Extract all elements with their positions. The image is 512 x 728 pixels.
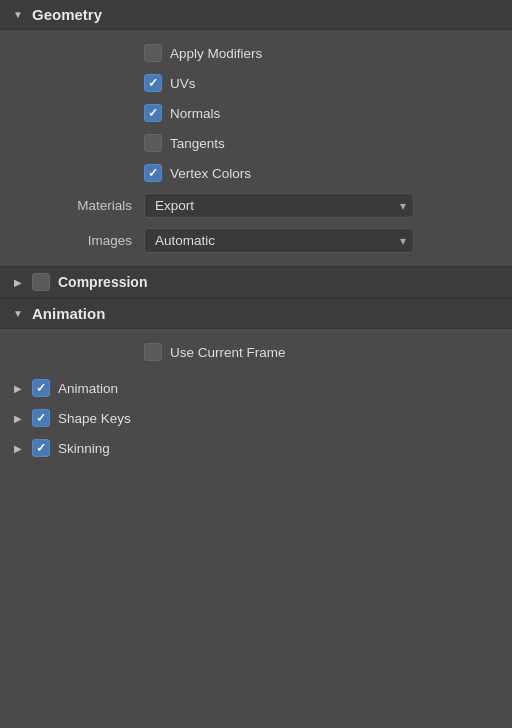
shape-keys-sub-row[interactable]: ▶ Shape Keys: [0, 403, 512, 433]
vertex-colors-checkbox-container: Vertex Colors: [144, 164, 251, 182]
use-current-frame-checkbox[interactable]: [144, 343, 162, 361]
images-row: Images Automatic None Copy: [0, 223, 512, 258]
materials-row: Materials Export Placeholder None: [0, 188, 512, 223]
tangents-row: Tangents: [0, 128, 512, 158]
shape-keys-arrow-icon: ▶: [10, 410, 26, 426]
normals-label: Normals: [170, 106, 220, 121]
use-current-frame-container: Use Current Frame: [144, 343, 286, 361]
skinning-arrow-icon: ▶: [10, 440, 26, 456]
geometry-section-body: Apply Modifiers UVs Normals Tang: [0, 30, 512, 266]
apply-modifiers-checkbox[interactable]: [144, 44, 162, 62]
uvs-checkbox-container: UVs: [144, 74, 196, 92]
use-current-frame-label: Use Current Frame: [170, 345, 286, 360]
uvs-label: UVs: [170, 76, 196, 91]
uvs-checkbox[interactable]: [144, 74, 162, 92]
geometry-section-header[interactable]: ▼ Geometry: [0, 0, 512, 30]
shape-keys-checkbox[interactable]: [32, 409, 50, 427]
animation-section-header[interactable]: ▼ Animation: [0, 298, 512, 329]
materials-label: Materials: [14, 198, 144, 213]
apply-modifiers-checkbox-container: Apply Modifiers: [144, 44, 262, 62]
skinning-sub-row[interactable]: ▶ Skinning: [0, 433, 512, 463]
compression-checkbox[interactable]: [32, 273, 50, 291]
animation-section-title: Animation: [32, 305, 105, 322]
animation-arrow-icon: ▼: [10, 306, 26, 322]
compression-row[interactable]: ▶ Compression: [0, 266, 512, 298]
materials-select[interactable]: Export Placeholder None: [144, 193, 414, 218]
vertex-colors-checkbox[interactable]: [144, 164, 162, 182]
images-select-wrapper: Automatic None Copy: [144, 228, 414, 253]
use-current-frame-row: Use Current Frame: [0, 337, 512, 367]
animation-sub-arrow-icon: ▶: [10, 380, 26, 396]
images-label: Images: [14, 233, 144, 248]
geometry-arrow-icon: ▼: [10, 7, 26, 23]
skinning-checkbox[interactable]: [32, 439, 50, 457]
tangents-checkbox-container: Tangents: [144, 134, 225, 152]
vertex-colors-label: Vertex Colors: [170, 166, 251, 181]
normals-checkbox[interactable]: [144, 104, 162, 122]
materials-select-wrapper: Export Placeholder None: [144, 193, 414, 218]
vertex-colors-row: Vertex Colors: [0, 158, 512, 188]
animation-sub-row[interactable]: ▶ Animation: [0, 373, 512, 403]
skinning-label: Skinning: [58, 441, 110, 456]
apply-modifiers-label: Apply Modifiers: [170, 46, 262, 61]
apply-modifiers-row: Apply Modifiers: [0, 38, 512, 68]
tangents-label: Tangents: [170, 136, 225, 151]
uvs-row: UVs: [0, 68, 512, 98]
compression-arrow-icon: ▶: [10, 274, 26, 290]
images-select[interactable]: Automatic None Copy: [144, 228, 414, 253]
animation-section-body: Use Current Frame ▶ Animation ▶ Shape Ke…: [0, 329, 512, 471]
geometry-section-title: Geometry: [32, 6, 102, 23]
tangents-checkbox[interactable]: [144, 134, 162, 152]
normals-row: Normals: [0, 98, 512, 128]
normals-checkbox-container: Normals: [144, 104, 220, 122]
animation-sub-label: Animation: [58, 381, 118, 396]
shape-keys-label: Shape Keys: [58, 411, 131, 426]
compression-label: Compression: [58, 274, 147, 290]
animation-sub-checkbox[interactable]: [32, 379, 50, 397]
